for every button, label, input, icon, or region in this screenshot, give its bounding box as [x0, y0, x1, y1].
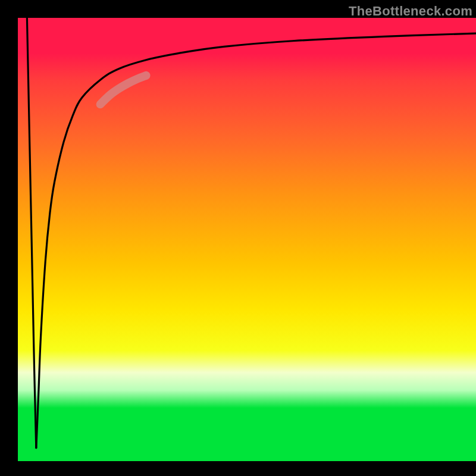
series-curve-ascent — [36, 33, 476, 448]
plot-area — [18, 18, 476, 461]
series-curve-descent — [27, 18, 36, 448]
series-highlight-segment — [101, 76, 146, 104]
curve-svg — [18, 18, 476, 461]
chart-stage: TheBottleneck.com — [0, 0, 476, 476]
curve-group — [27, 18, 476, 448]
watermark-text: TheBottleneck.com — [349, 4, 472, 19]
